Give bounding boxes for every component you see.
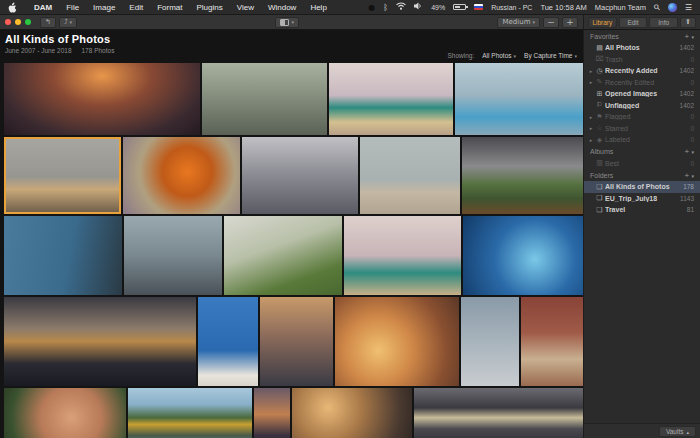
window-minimize-button[interactable] — [15, 19, 21, 25]
sidebar-item-all-photos[interactable]: ▤All Photos1402 — [584, 42, 700, 54]
input-source-label[interactable]: Russian - PC — [491, 4, 532, 11]
photo-thumbnail-sunray-mountains[interactable] — [414, 388, 583, 438]
thumbnail-size-select[interactable]: Medium▾ — [497, 17, 540, 28]
photo-thumbnail-woman-hat-cityscape[interactable] — [202, 63, 327, 135]
add-favorites-button[interactable]: + ▾ — [685, 32, 694, 41]
photo-thumbnail-woman-on-couch[interactable] — [4, 137, 121, 214]
photo-thumbnail-woman-grass-wall[interactable] — [224, 216, 342, 295]
section-header-albums: Albums+ ▾ — [584, 146, 700, 158]
photo-thumbnail-karate-beach[interactable] — [360, 137, 460, 214]
photo-thumbnail-brick-building-1895[interactable] — [521, 297, 583, 386]
photo-thumbnail-heart-hands-sunset[interactable] — [335, 297, 459, 386]
photo-count-label: 178 Photos — [82, 47, 115, 54]
sort-dropdown[interactable]: By Capture Time▾ — [524, 52, 577, 59]
photo-thumbnail-foggy-peak[interactable] — [242, 137, 358, 214]
sidebar-item-trash[interactable]: ⌧Trash0 — [584, 54, 700, 66]
siri-icon[interactable] — [668, 3, 677, 12]
library-sidebar: Favorites+ ▾▤All Photos1402⌧Trash0▸◷Rece… — [583, 30, 700, 438]
sidebar-item-unflagged[interactable]: ⚐Unflagged1402 — [584, 100, 700, 112]
photo-thumbnail-redhead-portrait[interactable] — [4, 388, 126, 438]
sidebar-item-recently-edited[interactable]: ▸✎Recently Edited0 — [584, 77, 700, 89]
flag-icon: ⚑ — [594, 113, 605, 121]
filter-dropdown[interactable]: All Photos▾ — [482, 52, 516, 59]
apple-icon[interactable] — [8, 2, 17, 13]
photo-thumbnail-blonde-woman-blue-box[interactable] — [455, 63, 583, 135]
photo-thumbnail-stormy-green-field[interactable] — [462, 137, 583, 214]
menu-plugins[interactable]: Plugins — [189, 3, 229, 12]
photo-thumbnail-rooftop-cityscape[interactable] — [124, 216, 222, 295]
album-icon: ▥ — [594, 159, 605, 167]
sidebar-item-label: Opened Images — [605, 90, 680, 97]
item-count: 81 — [687, 206, 694, 213]
sidebar-item-label: Travel — [605, 206, 687, 213]
add-folders-button[interactable]: + ▾ — [685, 171, 694, 180]
photo-thumbnail-woman-boardwalk[interactable] — [461, 297, 519, 386]
menu-file[interactable]: File — [59, 3, 86, 12]
photo-thumbnail-clownfish[interactable] — [123, 137, 240, 214]
battery-percent: 49% — [431, 4, 445, 11]
showing-label: Showing: — [448, 52, 475, 59]
photo-thumbnail-misty-sunset-mountains[interactable] — [4, 63, 200, 135]
item-count: 178 — [683, 183, 694, 190]
sidebar-item-all-kinds-of-photos[interactable]: ❏All Kinds of Photos178 — [584, 181, 700, 193]
item-count: 0 — [690, 79, 694, 86]
item-count: 0 — [690, 125, 694, 132]
user-menu[interactable]: Macphun Team — [595, 3, 646, 12]
spotlight-search-icon[interactable]: ⚲ — [652, 2, 663, 13]
photo-thumbnail-sunrise-ridge[interactable] — [292, 388, 412, 438]
bluetooth-icon[interactable]: ᛒ — [383, 3, 388, 12]
menu-image[interactable]: Image — [86, 3, 122, 12]
zoom-out-button[interactable]: − — [543, 17, 559, 28]
item-count: 0 — [690, 136, 694, 143]
photo-thumbnail-blue-ice-cave[interactable] — [463, 216, 583, 295]
photo-thumbnail-dead-tree-lake[interactable] — [4, 297, 196, 386]
tab-info[interactable]: Info — [649, 17, 678, 28]
flag-outline-icon: ⚐ — [594, 101, 605, 109]
menu-format[interactable]: Format — [150, 3, 189, 12]
share-export-button[interactable]: ⬆ — [680, 17, 696, 28]
input-language-flag-icon[interactable] — [474, 4, 483, 10]
photo-thumbnail-cloud-reflection[interactable] — [260, 297, 333, 386]
sidebar-item-labeled[interactable]: ▸◈Labeled0 — [584, 134, 700, 146]
menu-clock[interactable]: Tue 10:58 AM — [540, 3, 586, 12]
sidebar-item-recently-added[interactable]: ▸◷Recently Added1402 — [584, 65, 700, 77]
window-close-button[interactable] — [5, 19, 11, 25]
sidebar-item-opened-images[interactable]: ⊞Opened Images1402 — [584, 88, 700, 100]
export-button[interactable]: ⤴▾ — [59, 17, 77, 28]
zoom-in-button[interactable]: + — [562, 17, 578, 28]
folder-icon: ❏ — [594, 183, 605, 191]
sidebar-item-label: Starred — [605, 125, 690, 132]
menu-view[interactable]: View — [230, 3, 261, 12]
photo-thumbnail-car-mural[interactable] — [329, 63, 453, 135]
back-button[interactable]: ↰ — [40, 17, 56, 28]
notification-center-icon[interactable]: ☰ — [685, 3, 692, 12]
photo-thumbnail-woman-blue-wall[interactable] — [198, 297, 258, 386]
date-range-label: June 2007 - June 2018 — [5, 47, 72, 54]
trash-icon: ⌧ — [594, 55, 605, 63]
sidebar-item-label: Labeled — [605, 136, 690, 143]
sidebar-item-travel[interactable]: ❏Travel81 — [584, 204, 700, 216]
photo-thumbnail-dusk-peak[interactable] — [254, 388, 290, 438]
tab-library[interactable]: Library — [588, 17, 617, 28]
menu-app-name[interactable]: DAM — [27, 3, 59, 12]
battery-icon[interactable] — [453, 4, 466, 10]
sidebar-item-eu-trip-july18[interactable]: ❏EU_Trip_July181143 — [584, 193, 700, 205]
sidebar-item-flagged[interactable]: ▸⚑Flagged0 — [584, 111, 700, 123]
wifi-icon[interactable] — [396, 2, 406, 12]
photo-thumbnail-golden-temple[interactable] — [128, 388, 252, 438]
menu-extra-app-icon[interactable]: ● — [368, 3, 375, 12]
sidebar-item-label: EU_Trip_July18 — [605, 195, 680, 202]
tab-edit[interactable]: Edit — [619, 17, 648, 28]
vaults-button[interactable]: Vaults▴ — [659, 426, 696, 437]
volume-icon[interactable] — [414, 2, 423, 12]
menu-window[interactable]: Window — [261, 3, 303, 12]
panel-toggle-button[interactable]: ▾ — [275, 17, 299, 28]
menu-help[interactable]: Help — [303, 3, 333, 12]
photo-thumbnail-man-on-blue-bus[interactable] — [4, 216, 122, 295]
sidebar-item-starred[interactable]: ▸☆Starred0 — [584, 123, 700, 135]
window-zoom-button[interactable] — [25, 19, 31, 25]
menu-edit[interactable]: Edit — [122, 3, 150, 12]
photo-thumbnail-car-mural-2[interactable] — [344, 216, 461, 295]
sidebar-item-best[interactable]: ▥Best0 — [584, 158, 700, 170]
add-albums-button[interactable]: + ▾ — [685, 147, 694, 156]
